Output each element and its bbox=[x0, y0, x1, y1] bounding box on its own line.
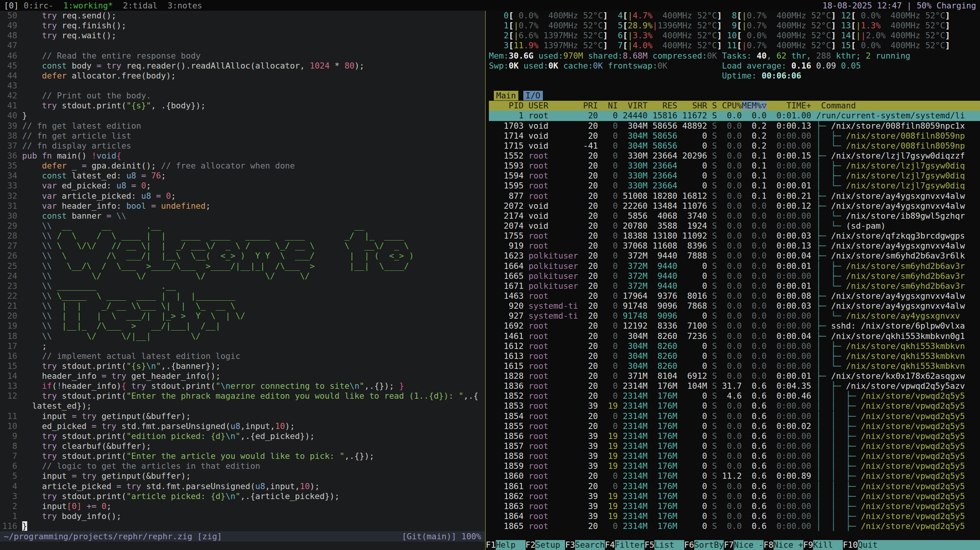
process-row[interactable]: 1613 root 20 0 304M 8260 0 S 0.0 0.0 0:0… bbox=[489, 351, 980, 361]
column-header[interactable]: PRI bbox=[578, 101, 598, 110]
code-line: 19 \\ |__|_ /\___ > __/|___| /__| bbox=[2, 321, 485, 331]
fkey-f6[interactable]: F6 bbox=[684, 540, 694, 550]
process-row[interactable]: 1864 root 39 19 2314M 176M 0 S 0.0 0.6 0… bbox=[489, 511, 980, 521]
code-line: 40 } bbox=[2, 111, 485, 121]
process-row[interactable]: 1860 root 20 0 2314M 176M 0 S 11.2 0.6 0… bbox=[489, 471, 980, 481]
tmux-window-3notes[interactable]: 3:notes bbox=[167, 1, 212, 10]
column-header[interactable]: TIME+ bbox=[767, 101, 811, 110]
process-row[interactable]: 919 root 20 0 37068 11608 8396 S 0.0 0.0… bbox=[489, 241, 980, 251]
fkey-f8[interactable]: F8 bbox=[764, 540, 774, 550]
fkey-label-nice[interactable]: Nice - bbox=[734, 540, 764, 550]
process-row[interactable]: 1692 root 20 0 12192 8336 7100 S 0.0 0.0… bbox=[489, 321, 980, 331]
process-row[interactable]: 1665 polkituser 20 0 372M 9440 0 S 0.0 0… bbox=[489, 271, 980, 281]
fkey-label-kill[interactable]: Kill bbox=[813, 540, 843, 550]
fkey-label-nice[interactable]: Nice + bbox=[774, 540, 803, 550]
fkey-label-search[interactable]: Search bbox=[575, 540, 605, 550]
fkey-f10[interactable]: F10 bbox=[843, 540, 858, 550]
process-row[interactable]: 1856 root 39 19 2314M 176M 0 S 0.0 0.6 0… bbox=[489, 431, 980, 441]
process-row[interactable]: 1463 root 20 0 17964 9376 8016 S 0.0 0.0… bbox=[489, 291, 980, 301]
process-row[interactable]: 2072 void 20 0 22260 13484 11076 S 0.0 0… bbox=[489, 201, 980, 211]
process-row[interactable]: 1 root 20 0 24440 15816 11672 S 0.0 0.0 … bbox=[489, 111, 980, 121]
htop-pane[interactable]: 0[ 0.0% 400MHz 52°C] 4[|4.7% 400MHz 52°C… bbox=[486, 11, 980, 550]
fkey-label-setup[interactable]: Setup bbox=[535, 540, 565, 550]
column-header[interactable]: SHR bbox=[677, 101, 707, 110]
process-row[interactable]: 920 systemd-ti 20 0 91748 9096 7868 S 0.… bbox=[489, 301, 980, 311]
process-row[interactable]: 1865 root 20 0 2314M 176M 0 S 0.0 0.6 0:… bbox=[489, 521, 980, 531]
code-line: 15 try stdout.print("{s}\n",.{banner}); bbox=[2, 361, 485, 371]
process-row[interactable]: 1664 polkituser 20 0 372M 9440 0 S 0.0 0… bbox=[489, 261, 980, 271]
process-row[interactable]: 1703 void 20 0 304M 58656 48892 S 0.0 0.… bbox=[489, 121, 980, 131]
process-row[interactable]: 1595 root 20 0 330M 23664 0 S 0.0 0.1 0:… bbox=[489, 181, 980, 191]
line-number: 24 bbox=[2, 271, 22, 281]
process-row[interactable]: 1552 root 20 0 330M 23664 20296 S 0.0 0.… bbox=[489, 151, 980, 161]
process-row[interactable]: 877 root 20 0 51008 18280 16812 S 0.0 0.… bbox=[489, 191, 980, 201]
column-header[interactable]: USER bbox=[524, 101, 578, 110]
fkey-label-list[interactable]: List bbox=[654, 540, 684, 550]
process-row[interactable]: 1836 root 20 0 2314M 176M 104M S 31.7 0.… bbox=[489, 381, 980, 391]
process-row[interactable]: 1671 polkituser 20 0 372M 9440 0 S 0.0 0… bbox=[489, 281, 980, 291]
tab-io[interactable]: I/O bbox=[523, 91, 543, 100]
process-row[interactable]: 2074 void 20 0 20780 3588 1924 S 0.0 0.0… bbox=[489, 221, 980, 231]
line-number: 14 bbox=[2, 371, 22, 381]
fkey-f3[interactable]: F3 bbox=[565, 540, 575, 550]
process-row[interactable]: 1612 root 20 0 304M 8260 0 S 0.0 0.0 0:0… bbox=[489, 341, 980, 351]
process-row[interactable]: 1593 root 20 0 330M 23664 0 S 0.0 0.1 0:… bbox=[489, 161, 980, 171]
fkey-label-sortby[interactable]: SortBy bbox=[694, 540, 724, 550]
system-info-row: Uptime: 00:06:06 bbox=[489, 71, 980, 81]
line-number: 26 bbox=[2, 251, 22, 260]
code-line: 7 try stdout.print("Enter the article yo… bbox=[2, 451, 485, 461]
process-row[interactable]: 1854 root 20 0 2314M 176M 0 S 0.0 0.6 0:… bbox=[489, 411, 980, 421]
process-row[interactable]: 1861 root 20 0 2314M 176M 0 S 0.0 0.6 0:… bbox=[489, 481, 980, 491]
fkey-label-filter[interactable]: Filter bbox=[615, 540, 645, 550]
code-line: 31 var header_info: bool = undefined; bbox=[2, 201, 485, 211]
tmux-window-2tidal[interactable]: 2:tidal bbox=[123, 1, 168, 10]
fkey-label-quit[interactable]: Quit bbox=[858, 540, 980, 550]
tmux-clock-battery: 18-08-2025 12:47 | 50% Charging bbox=[823, 1, 976, 10]
process-row[interactable]: 1863 root 39 19 2314M 176M 0 S 0.0 0.6 0… bbox=[489, 501, 980, 511]
tab-main[interactable]: Main bbox=[494, 91, 518, 100]
fkey-f1[interactable]: F1 bbox=[486, 540, 496, 550]
line-number: 12 bbox=[2, 391, 22, 401]
process-row[interactable]: 1755 root 20 0 18388 13180 11092 S 0.0 0… bbox=[489, 231, 980, 241]
column-header[interactable]: NI bbox=[598, 101, 618, 110]
column-header[interactable]: MEM%▽ bbox=[742, 101, 767, 110]
fkey-f2[interactable]: F2 bbox=[526, 540, 536, 550]
fkey-f9[interactable]: F9 bbox=[803, 540, 813, 550]
process-row[interactable]: 1852 root 20 0 2314M 176M 0 S 4.6 0.6 0:… bbox=[489, 391, 980, 401]
process-row[interactable]: 1859 root 39 19 2314M 176M 0 S 0.0 0.6 0… bbox=[489, 461, 980, 471]
process-row[interactable]: 1461 root 20 0 304M 8260 7236 S 0.0 0.0 … bbox=[489, 331, 980, 341]
fkey-label-help[interactable]: Help bbox=[496, 540, 526, 550]
fkey-f5[interactable]: F5 bbox=[644, 540, 654, 550]
process-row[interactable]: 1855 root 20 0 2314M 176M 0 S 0.0 0.6 0:… bbox=[489, 421, 980, 431]
tmux-window-0irc[interactable]: 0:irc- bbox=[24, 1, 64, 10]
code-line: 3 try stdout.print("article picked: {d}\… bbox=[2, 491, 485, 501]
process-row[interactable]: 1715 void -41 0 304M 58656 0 S 0.0 0.2 0… bbox=[489, 141, 980, 151]
process-row[interactable]: 1862 root 39 19 2314M 176M 0 S 0.0 0.6 0… bbox=[489, 491, 980, 501]
process-row[interactable]: 1857 root 39 19 2314M 176M 0 S 0.0 0.6 0… bbox=[489, 441, 980, 451]
line-number: 48 bbox=[2, 31, 22, 40]
fkey-f7[interactable]: F7 bbox=[724, 540, 734, 550]
cpu-meter-1: 1[|0.7% 400MHz 52°C] bbox=[499, 21, 613, 30]
process-row[interactable]: 1858 root 39 19 2314M 176M 0 S 0.0 0.6 0… bbox=[489, 451, 980, 461]
process-row[interactable]: 1615 root 20 0 304M 8260 0 S 0.0 0.0 0:0… bbox=[489, 361, 980, 371]
process-row[interactable]: 1828 root 20 0 371M 8104 6912 S 0.0 0.0 … bbox=[489, 371, 980, 381]
column-header[interactable]: PID bbox=[489, 101, 524, 110]
process-row[interactable]: 1623 polkituser 20 0 372M 9440 7888 S 0.… bbox=[489, 251, 980, 261]
column-header[interactable]: VIRT bbox=[618, 101, 648, 110]
process-row[interactable]: 1853 root 39 19 2314M 176M 0 S 0.0 0.6 0… bbox=[489, 401, 980, 411]
tmux-window-1working[interactable]: 1:working* bbox=[63, 1, 123, 10]
line-number: 50 bbox=[2, 11, 22, 20]
process-row[interactable]: 1714 void 20 0 304M 58656 0 S 0.0 0.2 0:… bbox=[489, 131, 980, 141]
column-header[interactable]: S bbox=[707, 101, 717, 110]
table-header[interactable]: PID USER PRI NI VIRT RES SHR S CPU%MEM%▽… bbox=[489, 101, 980, 111]
column-header[interactable]: RES bbox=[647, 101, 677, 110]
column-header[interactable]: CPU% bbox=[717, 101, 742, 110]
fkey-f4[interactable]: F4 bbox=[605, 540, 615, 550]
column-header[interactable]: Command bbox=[811, 101, 856, 110]
process-row[interactable]: 1594 root 20 0 330M 23664 0 S 0.0 0.1 0:… bbox=[489, 171, 980, 181]
code-line: 23 \\ ________ .__ bbox=[2, 281, 485, 291]
cpu-meters: 0[ 0.0% 400MHz 52°C] 4[|4.7% 400MHz 52°C… bbox=[489, 11, 980, 51]
editor-pane[interactable]: 50 try req.send(); 49 try req.finish(); … bbox=[0, 11, 485, 550]
process-row[interactable]: 2174 void 20 0 5856 4068 3740 S 0.0 0.0 … bbox=[489, 211, 980, 221]
process-row[interactable]: 927 systemd-ti 20 0 91748 9096 0 S 0.0 0… bbox=[489, 311, 980, 321]
